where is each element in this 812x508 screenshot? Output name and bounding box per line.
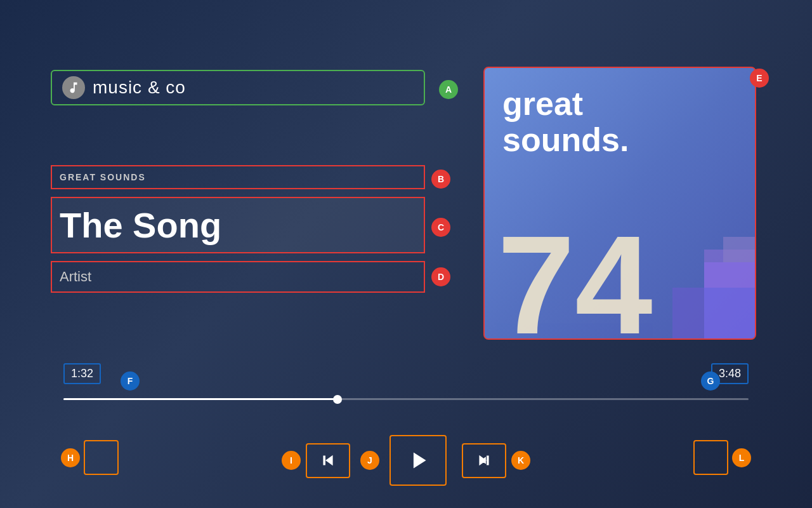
genre-text: GREAT SOUNDS: [60, 172, 146, 182]
progress-track[interactable]: [63, 398, 749, 400]
badge-g: G: [701, 371, 720, 391]
prev-icon: [319, 451, 337, 469]
badge-l: L: [732, 448, 751, 467]
search-box[interactable]: music & co: [51, 70, 425, 105]
genre-box: GREAT SOUNDS: [51, 165, 425, 189]
badge-e: E: [750, 69, 769, 88]
badge-b: B: [431, 170, 450, 189]
song-title: The Song: [60, 205, 221, 245]
left-extra-button[interactable]: [84, 440, 119, 475]
next-icon: [475, 451, 493, 469]
badge-h: H: [61, 448, 80, 467]
badge-a: A: [439, 80, 458, 99]
controls-center: I J K: [282, 435, 530, 486]
badge-c: C: [431, 218, 450, 237]
album-number: 74: [485, 226, 653, 340]
app-title: music & co: [93, 77, 186, 98]
album-title: greatsounds.: [485, 68, 755, 158]
music-icon: [62, 76, 85, 99]
progress-fill: [63, 398, 337, 400]
time-current: 1:32: [63, 363, 101, 384]
prev-button[interactable]: [306, 443, 350, 478]
progress-area[interactable]: [63, 398, 749, 400]
badge-k: K: [511, 451, 530, 470]
progress-thumb: [333, 395, 342, 404]
search-area: music & co: [51, 70, 425, 105]
badge-d: D: [431, 267, 450, 286]
next-button[interactable]: [462, 443, 506, 478]
right-btn-group: L: [693, 440, 751, 475]
artist-text: Artist: [60, 269, 91, 284]
play-button[interactable]: [390, 435, 447, 486]
badge-j: J: [360, 451, 379, 470]
artist-box: Artist: [51, 261, 425, 293]
right-extra-button[interactable]: [693, 440, 728, 475]
album-art: greatsounds. 74: [483, 67, 756, 340]
album-art-inner: greatsounds. 74: [485, 68, 755, 338]
album-number-area: 74: [485, 226, 755, 340]
song-info: GREAT SOUNDS B The Song C Artist D: [51, 165, 457, 293]
song-title-box: The Song: [51, 197, 425, 253]
music-note-icon: [67, 81, 81, 95]
left-btn-group: H: [61, 440, 119, 475]
badge-f: F: [121, 371, 140, 391]
badge-i: I: [282, 451, 301, 470]
play-icon: [406, 448, 430, 472]
